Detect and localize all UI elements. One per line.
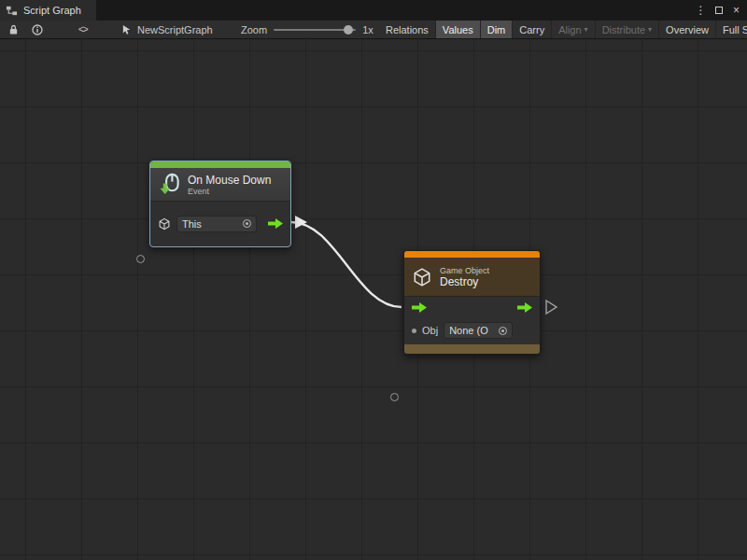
lock-icon xyxy=(8,24,19,35)
target-value-dropdown[interactable]: This xyxy=(176,216,257,232)
align-button: Align▾ xyxy=(552,21,595,38)
tab-title: Script Graph xyxy=(23,5,81,16)
values-button[interactable]: Values xyxy=(436,21,481,38)
flow-input-port[interactable] xyxy=(412,302,427,313)
node-on-mouse-down[interactable]: On Mouse Down Event This xyxy=(149,161,291,247)
carry-button[interactable]: Carry xyxy=(513,21,552,38)
mouse-down-icon xyxy=(158,173,181,196)
flow-output-port[interactable] xyxy=(268,218,283,229)
obj-value-field[interactable]: None (O xyxy=(444,322,513,339)
node-header: Game Object Destroy xyxy=(404,258,540,297)
connection-on-mouse-down-to-destroy[interactable] xyxy=(291,222,402,307)
window-controls: ⋮ × xyxy=(693,0,747,21)
pointer-icon xyxy=(121,24,132,35)
window-menu-button[interactable]: ⋮ xyxy=(693,3,709,19)
target-value-label: This xyxy=(182,218,202,230)
flow-port-row xyxy=(404,297,540,318)
object-picker-icon[interactable] xyxy=(243,219,251,228)
maximize-icon xyxy=(715,7,723,14)
distribute-button: Distribute▾ xyxy=(596,21,659,38)
code-view-button[interactable]: <> xyxy=(72,21,94,38)
unit-color-bar xyxy=(404,251,540,258)
obj-port-label: Obj xyxy=(422,325,438,336)
values-label: Values xyxy=(443,24,473,35)
output-hint-arrow xyxy=(546,301,557,314)
node-header: On Mouse Down Event xyxy=(150,168,290,202)
node-destroy[interactable]: Game Object Destroy Obj None (O xyxy=(403,250,541,355)
tab-bar: Script Graph ⋮ × xyxy=(0,0,747,21)
obj-port-row: Obj None (O xyxy=(404,318,540,343)
graph-name-label: NewScriptGraph xyxy=(137,24,213,35)
connection-arrowhead xyxy=(295,216,307,229)
overview-button[interactable]: Overview xyxy=(659,21,716,38)
game-object-cube-icon xyxy=(412,267,432,287)
relations-label: Relations xyxy=(386,24,429,35)
node-body: This xyxy=(150,202,290,245)
node-subtitle: Event xyxy=(188,187,271,196)
graph-icon xyxy=(6,5,18,17)
close-button[interactable]: × xyxy=(728,3,744,19)
script-graph-window: Script Graph ⋮ × <> xyxy=(0,0,747,560)
fullscreen-button[interactable]: Full S xyxy=(716,21,747,38)
fullscreen-label: Full S xyxy=(723,24,747,35)
game-object-cube-icon xyxy=(158,217,171,231)
chevron-down-icon: ▾ xyxy=(648,25,652,34)
carry-label: Carry xyxy=(519,24,544,35)
zoom-value: 1x xyxy=(362,24,374,35)
overview-label: Overview xyxy=(666,24,709,35)
obj-input-port[interactable] xyxy=(390,393,399,401)
node-supertitle: Game Object xyxy=(440,266,489,276)
zoom-slider[interactable] xyxy=(274,29,356,31)
graph-canvas[interactable]: On Mouse Down Event This xyxy=(0,39,747,560)
inspect-button[interactable] xyxy=(25,21,49,38)
toolbar-button-group: Relations Values Dim Carry Align▾ Distri… xyxy=(379,21,747,38)
target-input-port[interactable] xyxy=(136,255,145,263)
info-icon xyxy=(32,24,43,35)
dim-label: Dim xyxy=(487,24,506,35)
obj-value-label: None (O xyxy=(449,325,488,336)
zoom-label: Zoom xyxy=(241,24,267,35)
node-title: Destroy xyxy=(440,276,489,288)
toolbar-icon-group: <> xyxy=(2,21,94,38)
node-footer-bar xyxy=(404,344,540,354)
distribute-label: Distribute xyxy=(602,24,645,35)
relations-button[interactable]: Relations xyxy=(379,21,436,38)
port-dot-icon xyxy=(412,329,416,333)
lock-button[interactable] xyxy=(2,21,25,38)
maximize-button[interactable] xyxy=(711,3,726,19)
tab-script-graph[interactable]: Script Graph xyxy=(0,0,96,21)
connections-layer xyxy=(0,39,747,560)
zoom-slider-handle[interactable] xyxy=(344,25,353,35)
zoom-control: Zoom 1x xyxy=(241,21,374,38)
node-title: On Mouse Down xyxy=(188,174,271,187)
object-picker-icon[interactable] xyxy=(499,327,507,335)
graph-toolbar: <> NewScriptGraph Zoom 1x Relations Valu… xyxy=(0,21,747,39)
chevron-down-icon: ▾ xyxy=(585,25,588,34)
align-label: Align xyxy=(558,24,581,35)
graph-breadcrumb[interactable]: NewScriptGraph xyxy=(121,21,213,38)
event-color-bar xyxy=(150,161,290,168)
flow-output-port[interactable] xyxy=(517,302,532,313)
dim-button[interactable]: Dim xyxy=(481,21,514,38)
